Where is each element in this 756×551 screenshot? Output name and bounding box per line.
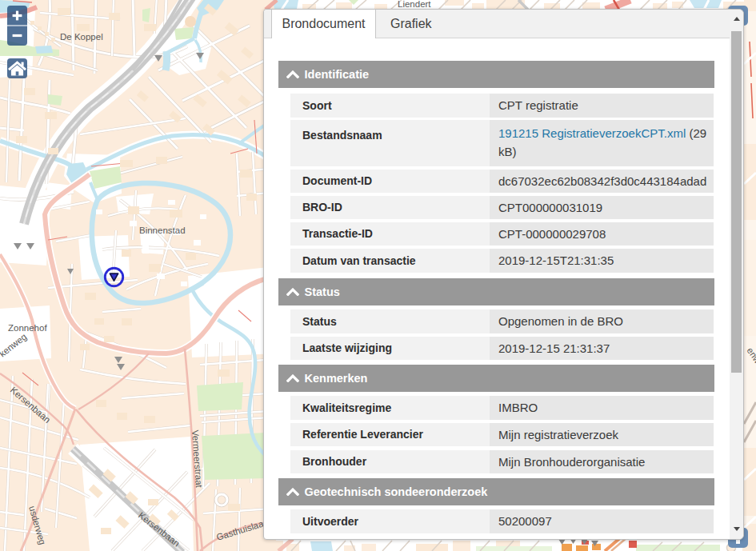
svg-text:Liendert: Liendert (398, 0, 431, 9)
svg-text:De Koppel: De Koppel (60, 32, 103, 42)
svg-text:Zonnehof: Zonnehof (8, 323, 47, 333)
svg-text:Binnenstad: Binnenstad (139, 226, 186, 235)
